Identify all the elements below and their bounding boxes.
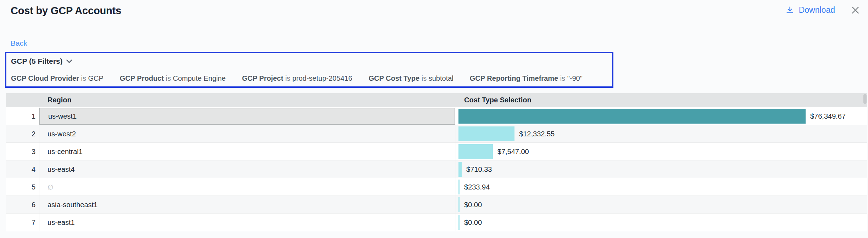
region-cell[interactable]: us-east1 (39, 214, 455, 231)
filter-chip[interactable]: GCP Cloud Provider is GCP (11, 74, 104, 83)
cost-table: Region Cost Type Selection 1 us-west1 $7… (6, 93, 867, 232)
row-number: 4 (6, 160, 35, 178)
region-label: us-west2 (39, 130, 76, 138)
cost-value: $12,332.55 (519, 125, 555, 143)
cost-bar[interactable] (458, 215, 460, 230)
top-right-actions: Download (785, 5, 860, 15)
cost-value: $0.00 (464, 196, 482, 214)
region-cell[interactable]: asia-southeast1 (39, 196, 455, 214)
table-row[interactable]: 4 us-east4 $710.33 (6, 160, 867, 178)
cost-bar[interactable] (458, 180, 460, 194)
table-row[interactable]: 5 ∅ $233.94 (6, 178, 867, 196)
table-row[interactable]: 2 us-west2 $12,332.55 (6, 125, 867, 143)
filter-chip[interactable]: GCP Product is Compute Engine (120, 74, 226, 83)
filter-panel: GCP (5 Filters) GCP Cloud Provider is GC… (5, 52, 613, 88)
cost-bar[interactable] (458, 126, 514, 141)
cost-value: $7,547.00 (497, 143, 529, 160)
cost-value: $0.00 (464, 214, 482, 231)
region-label: us-west1 (40, 112, 77, 120)
download-icon (785, 5, 795, 15)
column-header-region[interactable]: Region (48, 93, 72, 107)
filter-summary-label: GCP (5 Filters) (11, 57, 62, 66)
cost-bar[interactable] (458, 144, 493, 159)
scrollbar-thumb[interactable] (863, 94, 867, 104)
close-icon (851, 5, 860, 15)
cost-value: $710.33 (466, 160, 492, 178)
filter-chip[interactable]: GCP Reporting Timeframe is "-90" (470, 74, 583, 83)
row-number: 5 (6, 178, 35, 196)
back-link[interactable]: Back (11, 39, 27, 47)
download-label: Download (799, 5, 835, 15)
region-label: asia-southeast1 (39, 201, 98, 209)
table-row[interactable]: 3 us-central1 $7,547.00 (6, 143, 867, 160)
cost-value: $233.94 (464, 178, 490, 196)
cost-bar[interactable] (458, 197, 460, 212)
region-label: ∅ (39, 183, 54, 191)
region-label: us-east4 (39, 165, 75, 174)
cost-bar[interactable] (458, 109, 806, 124)
region-cell[interactable]: us-west1 (39, 108, 455, 125)
row-number: 3 (6, 143, 35, 160)
region-cell[interactable]: us-east4 (39, 160, 455, 178)
filter-chip[interactable]: GCP Cost Type is subtotal (368, 74, 453, 83)
region-cell[interactable]: us-central1 (39, 143, 455, 160)
row-number: 2 (6, 125, 35, 143)
table-row[interactable]: 6 asia-southeast1 $0.00 (6, 196, 867, 214)
row-number: 7 (6, 214, 35, 231)
cost-column-separator (456, 107, 456, 231)
region-label: us-east1 (39, 219, 75, 227)
region-cell[interactable]: ∅ (39, 178, 455, 196)
cost-bar[interactable] (458, 162, 462, 177)
cost-value: $76,349.67 (810, 107, 846, 125)
filter-list: GCP Cloud Provider is GCP GCP Product is… (11, 74, 583, 83)
table-header: Region Cost Type Selection (6, 93, 867, 107)
page-title: Cost by GCP Accounts (11, 5, 121, 17)
close-button[interactable] (851, 5, 860, 15)
row-number: 6 (6, 196, 35, 214)
download-button[interactable]: Download (785, 5, 835, 15)
table-row[interactable]: 1 us-west1 $76,349.67 (6, 107, 867, 125)
row-number: 1 (6, 107, 35, 125)
region-label: us-central1 (39, 148, 83, 156)
filter-summary-dropdown[interactable]: GCP (5 Filters) (11, 57, 72, 66)
chevron-down-icon (66, 60, 72, 63)
filter-chip[interactable]: GCP Project is prod-setup-205416 (242, 74, 352, 83)
column-header-cost-type-selection[interactable]: Cost Type Selection (464, 93, 532, 107)
region-cell[interactable]: us-west2 (39, 125, 455, 143)
table-row[interactable]: 7 us-east1 $0.00 (6, 214, 867, 231)
number-column-separator (39, 107, 39, 231)
